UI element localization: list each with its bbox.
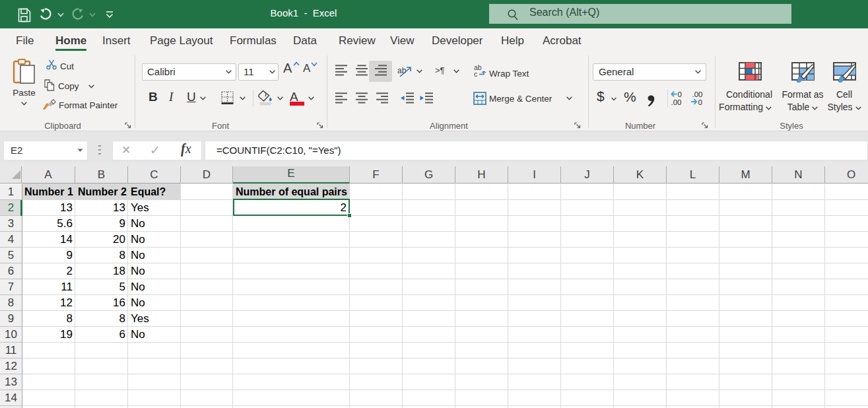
svg-text:ab: ab — [397, 66, 407, 75]
svg-text:0: 0 — [678, 90, 682, 98]
svg-text:.00: .00 — [692, 90, 703, 98]
svg-text:.00: .00 — [671, 98, 682, 106]
svg-text:c: c — [474, 70, 477, 77]
svg-text:0: 0 — [698, 98, 702, 106]
